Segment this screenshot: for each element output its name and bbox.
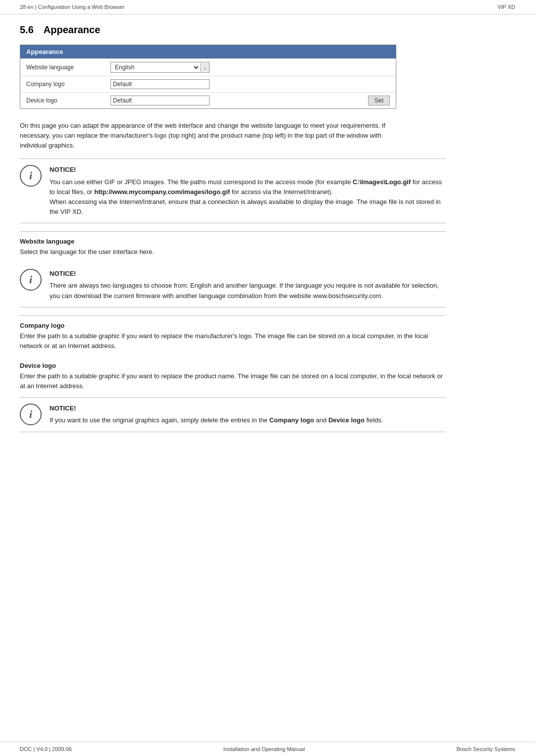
- notice3-device-logo: Device logo: [328, 416, 365, 424]
- notice-title-3: NOTICE!: [50, 403, 446, 413]
- notice-title-2: NOTICE!: [50, 269, 446, 279]
- website-language-select[interactable]: English: [111, 62, 200, 72]
- footer-right: Bosch Security Systems: [456, 746, 515, 752]
- appearance-box: Appearance Website language English ⌄ Co…: [20, 45, 396, 109]
- notice1-path2: http://www.mycompany.com/images/logo.gif: [94, 188, 230, 196]
- website-language-select-wrapper[interactable]: English ⌄: [110, 62, 210, 73]
- notice2-text: There are always two languages to choose…: [50, 282, 439, 299]
- subsection-device-logo: Device logo Enter the path to a suitable…: [20, 357, 446, 397]
- website-language-label: Website language: [26, 64, 106, 71]
- subsection-company-logo-desc: Enter the path to a suitable graphic if …: [20, 331, 446, 351]
- subsection-website-language: Website language Select the language for…: [20, 231, 446, 263]
- description-text: On this page you can adapt the appearanc…: [20, 121, 396, 151]
- info-icon-1: i: [20, 165, 42, 187]
- subsection-device-logo-label: Device logo: [20, 362, 446, 369]
- info-icon-2: i: [20, 269, 42, 291]
- notice-content-2: NOTICE! There are always two languages t…: [50, 269, 446, 301]
- page-header: 28 en | Configuration Using a Web Browse…: [0, 0, 535, 14]
- notice3-text-part2: and: [314, 416, 328, 424]
- subsection-device-logo-desc: Enter the path to a suitable graphic if …: [20, 371, 446, 391]
- appearance-row-company-logo: Company logo: [20, 76, 396, 92]
- notice1-path1: C:\Images\Logo.gif: [353, 178, 411, 186]
- device-logo-input[interactable]: [110, 96, 210, 105]
- notice1-text-part1: You can use either GIF or JPEG images. T…: [50, 178, 353, 186]
- header-left: 28 en | Configuration Using a Web Browse…: [20, 4, 124, 10]
- page-content: 5.6 Appearance Appearance Website langua…: [0, 14, 535, 742]
- footer-left: DOC | V4.0 | 2009.06: [20, 746, 72, 752]
- notice-block-3: i NOTICE! If you want to use the origina…: [20, 397, 446, 432]
- notice-block-2: i NOTICE! There are always two languages…: [20, 263, 446, 307]
- notice3-text-part3: fields.: [365, 416, 383, 424]
- company-logo-label: Company logo: [26, 81, 106, 88]
- set-button[interactable]: Set: [368, 96, 390, 105]
- page-footer: DOC | V4.0 | 2009.06 Installation and Op…: [0, 742, 535, 756]
- notice-block-1: i NOTICE! You can use either GIF or JPEG…: [20, 158, 446, 223]
- header-right: VIP XD: [497, 4, 515, 10]
- footer-center: Installation and Operating Manual: [223, 746, 305, 752]
- notice-content-3: NOTICE! If you want to use the original …: [50, 403, 446, 425]
- notice3-company-logo: Company logo: [269, 416, 314, 424]
- subsection-company-logo: Company logo Enter the path to a suitabl…: [20, 315, 446, 357]
- appearance-row-device-logo: Device logo Set: [20, 92, 396, 108]
- appearance-box-header: Appearance: [20, 45, 396, 58]
- appearance-row-website-language: Website language English ⌄: [20, 58, 396, 76]
- subsection-company-logo-label: Company logo: [20, 322, 446, 329]
- section-heading: 5.6 Appearance: [20, 24, 515, 36]
- info-icon-3: i: [20, 403, 42, 425]
- notice-content-1: NOTICE! You can use either GIF or JPEG i…: [50, 165, 446, 217]
- select-arrow-icon: ⌄: [200, 63, 209, 72]
- device-logo-label: Device logo: [26, 97, 106, 104]
- section-number: 5.6: [20, 24, 34, 36]
- notice-title-1: NOTICE!: [50, 165, 446, 175]
- notice3-text-part1: If you want to use the original graphics…: [50, 416, 269, 424]
- subsection-website-language-desc: Select the language for the user interfa…: [20, 247, 446, 257]
- section-title: Appearance: [44, 24, 101, 36]
- company-logo-input[interactable]: [110, 79, 210, 89]
- subsection-website-language-label: Website language: [20, 238, 446, 245]
